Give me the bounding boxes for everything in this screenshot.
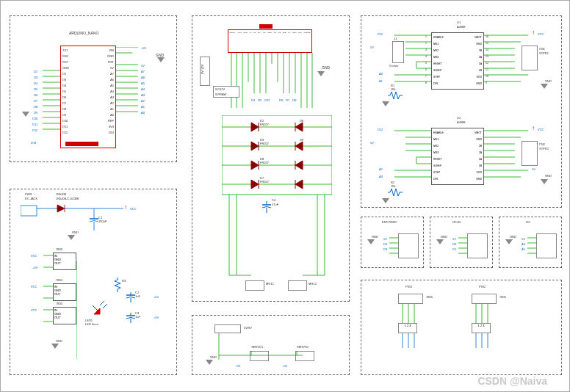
- svg-line-118: [93, 305, 98, 311]
- gnd-icon: [22, 112, 29, 117]
- motor-conn-1[interactable]: [245, 280, 264, 291]
- diode-d8: D8FR207: [260, 157, 269, 164]
- reg-7805-2-ref: 7805: [56, 302, 62, 305]
- svg-marker-103: [57, 205, 65, 212]
- encoder-block: ENCODER GND 5VD4D3: [361, 217, 424, 268]
- u1-part: A4988: [457, 25, 466, 29]
- cn2[interactable]: [522, 141, 538, 166]
- i2c-conn[interactable]: [536, 233, 557, 258]
- reg-7805-1: INGNDOUT: [53, 283, 76, 301]
- gnd-icon: [541, 84, 548, 89]
- servo-block: 5V/9V SERVO1 SERVO2 GND D5 D5: [192, 315, 350, 375]
- svg-marker-46: [251, 161, 259, 170]
- vcc-arrow: ↑: [532, 29, 535, 36]
- c2: C21uF: [135, 291, 140, 298]
- svg-marker-42: [251, 123, 259, 131]
- gnd-icon: [382, 101, 389, 106]
- u2-d12: D12: [378, 128, 383, 131]
- arduino-title: ARDUINO_NANO: [69, 31, 98, 35]
- d13-label: D13: [31, 141, 36, 145]
- vcc-pwr: VCC: [130, 207, 136, 211]
- watermark: CSDN @Naiva: [477, 375, 547, 387]
- pgi2: PGI2: [479, 285, 486, 288]
- j1-ref: J1: [394, 37, 397, 40]
- r2: R210k: [391, 181, 395, 188]
- pgi-block: PGI1 PGI2 7805 7805 1 2 3 1 2 3: [361, 280, 562, 375]
- vcc-arrow: ↑: [124, 204, 127, 211]
- servo-header[interactable]: [214, 324, 241, 333]
- pgi2-reg[interactable]: [472, 294, 497, 304]
- jumper-j1[interactable]: [392, 41, 404, 63]
- svg-marker-48: [251, 180, 259, 189]
- c3: C31uF: [135, 311, 140, 319]
- u2-5v-right: 5V: [532, 167, 535, 171]
- encoder-title: ENCODER: [382, 220, 397, 224]
- reg-7809-out: +9V: [32, 266, 37, 269]
- u1-ic: ENABLEMS1MS2MS3RESETSLEEPSTEPDIR VMOTGND…: [431, 32, 484, 90]
- servo-d5b: D5: [284, 364, 287, 368]
- hc05-title: HC-05: [452, 220, 461, 224]
- r1: R110k: [391, 84, 395, 91]
- u2-a3: A3: [379, 175, 383, 178]
- i2c-block: I2C GND 5VA4A5: [499, 217, 562, 268]
- reg-7809: INGNDOUT: [53, 253, 76, 270]
- reg-7809-in: VCC: [31, 254, 37, 258]
- gnd-icon: [206, 360, 213, 365]
- arduino-module-label: ArdNano Module: [65, 142, 98, 146]
- svg-marker-54: [295, 161, 303, 170]
- gnd-icon: [367, 239, 375, 244]
- diode-d7: D7FR207: [260, 176, 269, 184]
- u1-5v: 5V: [370, 46, 374, 49]
- svg-marker-117: [94, 308, 100, 314]
- power-block: PWR DC JACK 1N5408 1N5408-C142338 C1100u…: [10, 189, 177, 375]
- pgi-7805b: 7805: [499, 295, 506, 299]
- pwr-title: PWR: [25, 192, 32, 196]
- hc05-conn[interactable]: [467, 233, 488, 258]
- arduino-ic: TX1RX0RSTGNDD2D3D4D5D6D7D8D9D10D11D12 VI…: [60, 46, 116, 148]
- arduino-block: ARDUINO_NANO TX1RX0RSTGNDD2D3D4D5D6D7D8D…: [10, 15, 177, 162]
- cn2-part: STPR2: [539, 147, 549, 150]
- cn1[interactable]: [522, 46, 538, 70]
- enc-gnd: GND: [372, 235, 378, 239]
- gnd-pwr: GND: [72, 231, 79, 234]
- a4988-block: U1 A4988 ENABLEMS1MS2MS3RESETSLEEPSTEPDI…: [361, 15, 562, 208]
- vcc-arrow: ↑: [532, 125, 535, 131]
- plus9v: +9V: [154, 316, 159, 319]
- svg-marker-52: [295, 142, 303, 150]
- encoder-conn[interactable]: [398, 233, 419, 258]
- pgi1-reg[interactable]: [398, 294, 423, 304]
- svg-line-120: [103, 304, 107, 308]
- l298n-block: L298N SenseAOut1Out2VsIn1EnAIn2GNDVssIn3…: [192, 15, 350, 302]
- svg-marker-44: [251, 142, 259, 150]
- motor-conn-2[interactable]: [288, 280, 307, 291]
- servo-d5a: D5: [237, 364, 240, 368]
- diode1: 1N5408: [56, 192, 66, 196]
- l298n-title: L298N: [259, 24, 273, 29]
- cn1-part: STPR1: [539, 51, 549, 55]
- u1-ref: U1: [457, 21, 461, 24]
- gnd-icon: [51, 344, 59, 349]
- gnd-icon: [157, 57, 165, 62]
- diode-d9: D9: [300, 138, 303, 142]
- u1-a1: A1: [379, 79, 383, 83]
- gnd-icon: [541, 179, 548, 184]
- led1: LED1LED 5mm: [85, 319, 98, 326]
- vcc-u1: VCC: [538, 32, 544, 36]
- i2c-gnd: GND: [510, 235, 516, 239]
- l298n-ic: L298N SenseAOut1Out2VsIn1EnAIn2GNDVssIn3…: [228, 29, 312, 53]
- u2-ic: ENABLEMS1MS2MS3RESETSLEEPSTEPDIR VMOTGND…: [431, 128, 484, 185]
- gnd-icon: [68, 235, 75, 240]
- dcjack: DC JACK: [25, 197, 37, 200]
- cn1-ref: CN1: [539, 47, 545, 51]
- mg11: MG11: [266, 282, 274, 286]
- svg-marker-50: [295, 123, 303, 131]
- gnd-icon: [317, 71, 325, 76]
- reg-7805-1-in: VCC: [31, 285, 37, 288]
- plus5v: +5V: [154, 295, 159, 299]
- svg-line-119: [100, 301, 104, 305]
- u2-a2: A2: [379, 167, 383, 171]
- gnd-icon: [436, 239, 444, 244]
- raw-switch[interactable]: 9V/12V 9V/RAW: [213, 86, 239, 98]
- voltage-switch[interactable]: 9V 12V: [200, 57, 210, 86]
- reg-7805-2-in: VCC: [31, 308, 37, 312]
